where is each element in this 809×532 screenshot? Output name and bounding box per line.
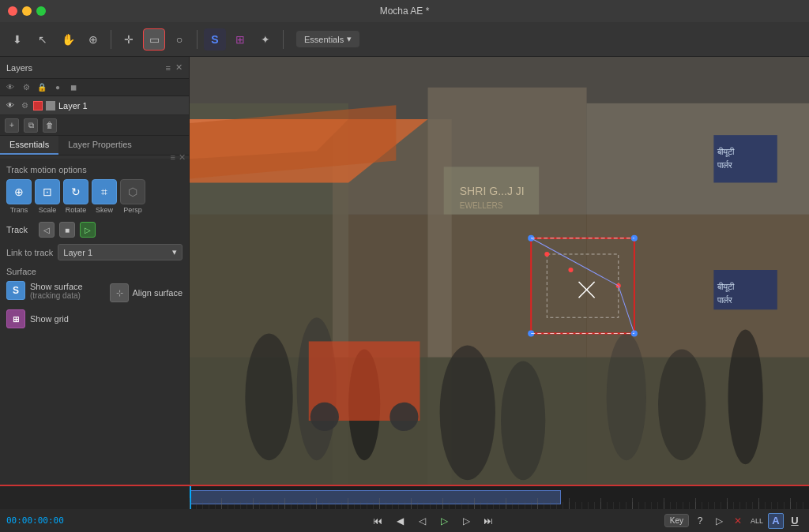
- svg-text:पार्लर: पार्लर: [717, 295, 732, 305]
- persp-icon: ⬡: [120, 179, 145, 204]
- layer-visibility-toggle[interactable]: 👁: [5, 100, 16, 111]
- svg-text:बीयूटी: बीयूटी: [717, 147, 735, 157]
- add-layer-btn[interactable]: +: [5, 118, 19, 133]
- svg-rect-39: [713, 135, 777, 182]
- trans-option[interactable]: ⊕ Trans: [6, 179, 32, 214]
- minimize-button[interactable]: [22, 6, 32, 16]
- type-col-icon: ◼: [68, 82, 79, 93]
- tab-layer-properties[interactable]: Layer Properties: [58, 136, 141, 155]
- key-add-icon[interactable]: ▷: [711, 513, 727, 529]
- show-grid-icon: ⊞: [6, 309, 25, 328]
- key-button[interactable]: Key: [664, 514, 689, 527]
- track-options-buttons: ⊕ Trans ⊡ Scale ↻ Rotate ⌗ Skew: [6, 179, 182, 214]
- layer-settings-btn[interactable]: ⚙: [19, 100, 30, 111]
- align-surface-btn[interactable]: ⊹ Align surface: [110, 283, 182, 302]
- link-to-track-value: Layer 1: [63, 248, 92, 257]
- surface-title: Surface: [6, 267, 36, 276]
- go-to-start-btn[interactable]: ⏮: [369, 512, 386, 530]
- visibility-col-icon: 👁: [5, 82, 16, 93]
- delete-layer-btn[interactable]: 🗑: [43, 118, 57, 133]
- svg-rect-48: [190, 486, 809, 509]
- rect-tool[interactable]: ▭: [143, 28, 165, 51]
- layers-panel-close[interactable]: ✕: [175, 62, 182, 73]
- toolbar-separator-3: [283, 30, 284, 49]
- text-icon[interactable]: A: [768, 513, 784, 529]
- svg-point-20: [728, 329, 762, 464]
- track-stop-btn[interactable]: ■: [59, 222, 75, 238]
- layers-panel-icon-1: ≡: [166, 63, 171, 73]
- skew-icon: ⌗: [92, 179, 117, 204]
- main-toolbar: ⬇ ↖ ✋ ⊕ ✛ ▭ ○ S ⊞ ✦ Essentials ▾: [0, 22, 809, 57]
- tab-essentials[interactable]: Essentials: [0, 136, 58, 155]
- dropdown-chevron-icon: ▾: [172, 247, 177, 257]
- frame-back-btn[interactable]: ◁: [413, 512, 431, 530]
- scale-option[interactable]: ⊡ Scale: [35, 179, 60, 214]
- scale-label: Scale: [39, 206, 57, 214]
- track-motion-options-section: Track motion options ⊕ Trans ⊡ Scale ↻ R…: [6, 165, 182, 214]
- rotate-icon: ↻: [63, 179, 88, 204]
- import-tool[interactable]: ⬇: [6, 28, 28, 51]
- show-surface-option[interactable]: S Show surface (tracking data): [6, 281, 83, 300]
- wand-tool[interactable]: ✦: [254, 28, 277, 51]
- trans-label: Trans: [10, 206, 28, 214]
- toolbar-separator-1: [111, 30, 111, 49]
- maximize-button[interactable]: [36, 6, 46, 16]
- scene-svg: SHRI G...J JI EWELLERS: [190, 57, 809, 485]
- grid-tool[interactable]: ⊞: [229, 28, 251, 51]
- window-title: Mocha AE *: [380, 6, 430, 17]
- skew-option[interactable]: ⌗ Skew: [92, 179, 117, 214]
- rotate-label: Rotate: [66, 206, 87, 214]
- svg-text:बीयूटी: बीयूटी: [717, 282, 735, 292]
- svg-text:SHRI G...J JI: SHRI G...J JI: [460, 185, 525, 197]
- skew-label: Skew: [96, 206, 113, 214]
- close-button[interactable]: [8, 6, 17, 16]
- key-remove-icon[interactable]: ✕: [730, 513, 746, 529]
- timecode-display: 00:00:00:00: [6, 515, 196, 526]
- svg-point-18: [607, 333, 646, 460]
- transport-controls: ⏮ ◀ ◁ ▷ ▷ ⏭: [205, 512, 661, 530]
- transform-tool[interactable]: ✛: [118, 28, 140, 51]
- timeline-track[interactable]: [190, 486, 809, 509]
- key-all-icon[interactable]: ALL: [749, 513, 765, 529]
- show-surface-icon: S: [6, 281, 25, 300]
- layers-toolbar: + ⧉ 🗑: [0, 115, 189, 136]
- svg-point-19: [658, 350, 706, 461]
- svg-text:पार्लर: पार्लर: [717, 160, 732, 170]
- go-to-end-btn[interactable]: ⏭: [480, 512, 497, 530]
- svg-point-31: [568, 268, 573, 272]
- track-motion-header: Track motion options: [6, 165, 182, 174]
- svg-point-16: [440, 345, 495, 480]
- track-motion-title: Track motion options: [6, 165, 87, 174]
- link-to-track-label: Link to track: [6, 248, 53, 257]
- frame-fwd-btn[interactable]: ▷: [457, 512, 475, 530]
- svg-point-29: [631, 330, 638, 336]
- surface-section: Surface S Show surface (tracking data) ⊹…: [6, 267, 182, 328]
- spline-tool[interactable]: S: [204, 28, 226, 51]
- svg-point-17: [501, 362, 545, 481]
- trans-icon: ⊕: [6, 179, 32, 204]
- duplicate-layer-btn[interactable]: ⧉: [24, 118, 38, 133]
- pan-tool[interactable]: ✋: [57, 28, 79, 51]
- left-panel: Layers ≡ ✕ 👁 ⚙ 🔒 ● ◼ 👁 ⚙ Layer 1 + ⧉ 🗑: [0, 57, 190, 485]
- layer-row[interactable]: 👁 ⚙ Layer 1: [0, 96, 189, 115]
- underline-icon[interactable]: U: [787, 513, 803, 529]
- essentials-dropdown[interactable]: Essentials ▾: [296, 31, 359, 47]
- key-question-icon[interactable]: ?: [692, 513, 708, 529]
- layer-color-box: [33, 101, 43, 111]
- video-area: SHRI G...J JI EWELLERS: [190, 57, 809, 485]
- circle-tool[interactable]: ○: [168, 28, 190, 51]
- play-btn[interactable]: ▷: [435, 512, 453, 530]
- zoom-tool[interactable]: ⊕: [82, 28, 104, 51]
- track-label: Track: [6, 225, 34, 234]
- timeline-ticks-svg: [190, 486, 809, 509]
- svg-text:EWELLERS: EWELLERS: [460, 201, 503, 210]
- rotate-option[interactable]: ↻ Rotate: [63, 179, 88, 214]
- track-forward-btn[interactable]: ▷: [80, 222, 96, 238]
- select-tool[interactable]: ↖: [32, 28, 54, 51]
- track-controls: Track ◁ ■ ▷: [6, 222, 182, 238]
- step-back-btn[interactable]: ◀: [391, 512, 408, 530]
- persp-option[interactable]: ⬡ Persp: [120, 179, 145, 214]
- link-to-track-dropdown[interactable]: Layer 1 ▾: [58, 244, 182, 260]
- show-grid-option[interactable]: ⊞ Show grid: [6, 309, 182, 328]
- track-backward-btn[interactable]: ◁: [39, 222, 55, 238]
